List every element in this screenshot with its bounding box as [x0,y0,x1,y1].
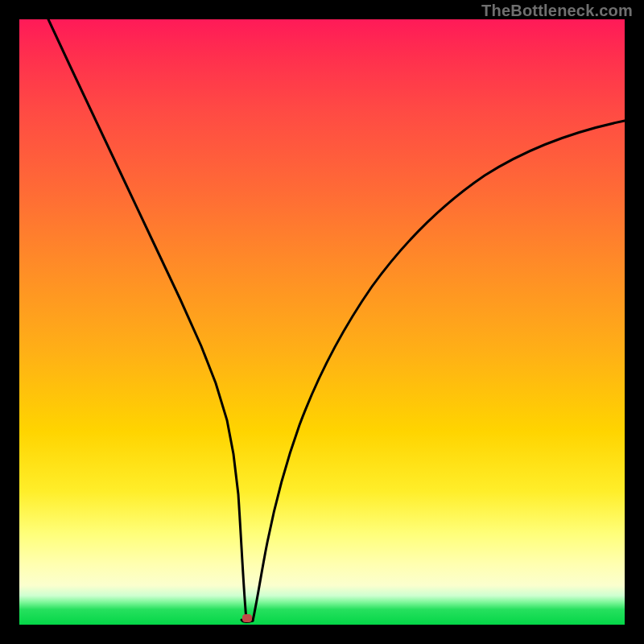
bottleneck-marker [242,614,252,622]
bottleneck-curve [19,19,625,625]
curve-left-branch [48,19,246,620]
plot-area [19,19,625,625]
curve-right-branch [253,121,625,621]
watermark-text: TheBottleneck.com [481,2,633,20]
chart-frame: TheBottleneck.com [0,0,644,644]
